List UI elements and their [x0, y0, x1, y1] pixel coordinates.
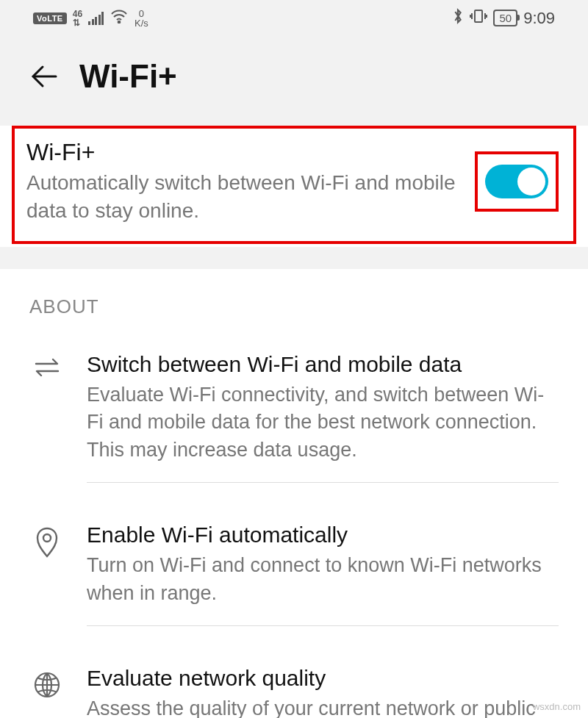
- about-item-enable-auto: Enable Wi-Fi automatically Turn on Wi-Fi…: [0, 502, 588, 645]
- wifi-icon: [110, 9, 129, 27]
- battery-icon: 50: [493, 10, 517, 26]
- svg-rect-1: [475, 10, 482, 22]
- back-arrow-icon[interactable]: [29, 62, 59, 91]
- page-title: Wi-Fi+: [79, 58, 177, 95]
- location-icon: [29, 523, 65, 559]
- wifi-plus-setting-row[interactable]: Wi-Fi+ Automatically switch between Wi-F…: [12, 126, 576, 244]
- about-item-evaluate: Evaluate network quality Assess the qual…: [0, 645, 588, 718]
- swap-icon: [29, 352, 65, 378]
- about-body: Enable Wi-Fi automatically Turn on Wi-Fi…: [87, 523, 559, 626]
- bluetooth-icon: [452, 7, 464, 29]
- network-label: 46 ⇅: [73, 10, 82, 27]
- about-desc: Turn on Wi-Fi and connect to known Wi-Fi…: [87, 552, 559, 608]
- status-left: VoLTE 46 ⇅ 0 K/s: [33, 9, 148, 28]
- about-desc: Evaluate Wi-Fi connectivity, and switch …: [87, 381, 559, 464]
- about-section-label: ABOUT: [0, 269, 588, 331]
- vibrate-icon: [470, 8, 487, 28]
- page-header: Wi-Fi+: [0, 30, 588, 126]
- volte-icon: VoLTE: [33, 12, 67, 24]
- status-right: 50 9:09: [452, 7, 555, 29]
- data-speed: 0 K/s: [135, 9, 148, 28]
- setting-title: Wi-Fi+: [26, 139, 462, 166]
- about-body: Switch between Wi-Fi and mobile data Eva…: [87, 352, 559, 483]
- wifi-plus-toggle[interactable]: [485, 165, 548, 198]
- about-title: Evaluate network quality: [87, 666, 559, 691]
- status-bar: VoLTE 46 ⇅ 0 K/s: [0, 0, 588, 30]
- setting-desc: Automatically switch between Wi-Fi and m…: [26, 169, 462, 225]
- globe-icon: [29, 666, 65, 700]
- about-item-switch: Switch between Wi-Fi and mobile data Eva…: [0, 331, 588, 502]
- about-title: Switch between Wi-Fi and mobile data: [87, 352, 559, 377]
- signal-icon: [88, 12, 104, 25]
- about-body: Evaluate network quality Assess the qual…: [87, 666, 559, 718]
- section-divider: [0, 247, 588, 269]
- setting-text: Wi-Fi+ Automatically switch between Wi-F…: [26, 139, 462, 225]
- about-title: Enable Wi-Fi automatically: [87, 523, 559, 548]
- svg-point-0: [118, 21, 121, 24]
- watermark: wsxdn.com: [533, 701, 581, 712]
- toggle-highlight: [475, 151, 559, 212]
- clock: 9:09: [523, 9, 555, 28]
- svg-point-2: [43, 534, 51, 542]
- about-desc: Assess the quality of your current netwo…: [87, 695, 559, 718]
